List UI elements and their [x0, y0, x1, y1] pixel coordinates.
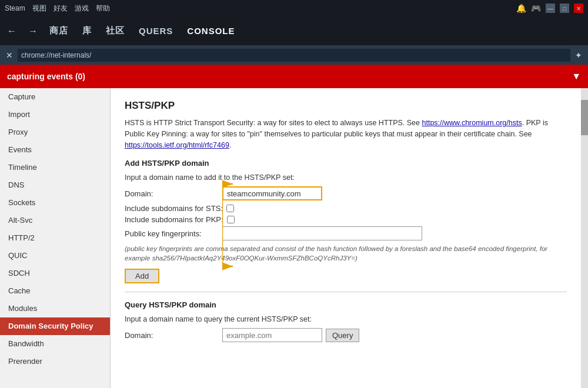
fingerprints-input[interactable]: [222, 226, 422, 240]
forward-button[interactable]: →: [28, 26, 38, 36]
sidebar-item-timeline[interactable]: Timeline: [0, 159, 110, 176]
description: HSTS is HTTP Strict Transport Security: …: [125, 118, 567, 150]
info-text: (public key fingerprints are comma separ…: [125, 244, 548, 263]
urlbar: ✕ ✦: [0, 46, 588, 65]
url-close-icon[interactable]: ✕: [6, 51, 13, 60]
domain-row: Domain:: [125, 186, 567, 200]
sidebar-item-import[interactable]: Import: [0, 106, 110, 123]
navbar: ← → 商店 库 社区 QUERS CONSOLE: [0, 16, 588, 46]
steam-menu[interactable]: Steam: [5, 4, 25, 12]
friends-menu[interactable]: 好友: [54, 4, 68, 14]
sidebar-item-dns[interactable]: DNS: [0, 176, 110, 194]
titlebar: Steam 视图 好友 游戏 帮助 🔔 🎮 — □ ✕: [0, 0, 588, 16]
minimize-button[interactable]: —: [546, 4, 555, 13]
sidebar-item-proxy[interactable]: Proxy: [0, 123, 110, 141]
sidebar-item-http2[interactable]: HTTP/2: [0, 229, 110, 247]
domain-input[interactable]: [222, 186, 322, 200]
sidebar-item-prerender[interactable]: Prerender: [0, 353, 110, 370]
capturing-bar: capturing events (0) ▼: [0, 65, 588, 88]
sidebar-item-capture[interactable]: Capture: [0, 88, 110, 106]
back-button[interactable]: ←: [7, 26, 16, 36]
url-input[interactable]: [18, 49, 570, 62]
section-divider: [125, 292, 567, 292]
sidebar-item-sdch[interactable]: SDCH: [0, 265, 110, 282]
titlebar-left: Steam 视图 好友 游戏 帮助: [5, 4, 110, 14]
query-domain-input[interactable]: [222, 328, 322, 342]
nav-console[interactable]: CONSOLE: [187, 26, 235, 36]
close-button[interactable]: ✕: [574, 4, 583, 13]
notification-icon: 🔔: [516, 4, 526, 13]
hsts-link[interactable]: https://www.chromium.org/hsts: [422, 119, 522, 127]
scrollbar-thumb[interactable]: [581, 100, 588, 135]
page-title: HSTS/PKP: [125, 100, 567, 112]
rfc-link[interactable]: https://tools.ietf.org/html/rfc7469: [125, 141, 229, 149]
include-pkp-checkbox[interactable]: [227, 216, 235, 223]
query-section-title: Query HSTS/PKP domain: [125, 300, 567, 309]
nav-library[interactable]: 库: [82, 25, 92, 36]
sidebar-item-modules[interactable]: Modules: [0, 300, 110, 317]
bookmark-icon[interactable]: ✦: [575, 51, 582, 60]
nav-quers[interactable]: QUERS: [139, 26, 173, 36]
fingerprints-row: Public key fingerprints:: [125, 226, 567, 240]
capturing-arrow-icon: ▼: [572, 71, 581, 82]
view-menu[interactable]: 视图: [32, 4, 46, 14]
include-sts-label: Include subdomains for STS:: [125, 204, 223, 213]
nav-store[interactable]: 商店: [49, 25, 68, 36]
add-section-title: Add HSTS/PKP domain: [125, 159, 567, 168]
nav-community[interactable]: 社区: [106, 25, 125, 36]
nav-links: 商店 库 社区 QUERS CONSOLE: [49, 25, 235, 36]
sidebar: Capture Import Proxy Events Timeline DNS…: [0, 88, 111, 388]
sidebar-item-alt-svc[interactable]: Alt-Svc: [0, 212, 110, 229]
main-layout: Capture Import Proxy Events Timeline DNS…: [0, 88, 588, 388]
sidebar-item-events[interactable]: Events: [0, 141, 110, 159]
sidebar-item-domain-security-policy[interactable]: Domain Security Policy: [0, 317, 110, 335]
add-button[interactable]: Add: [125, 269, 159, 283]
include-pkp-row: Include subdomains for PKP:: [125, 215, 567, 224]
content-area: HSTS/PKP HSTS is HTTP Strict Transport S…: [111, 88, 581, 388]
query-button[interactable]: Query: [326, 329, 359, 342]
sidebar-item-cache[interactable]: Cache: [0, 282, 110, 300]
include-sts-row: Include subdomains for STS:: [125, 204, 567, 213]
titlebar-controls: 🔔 🎮 — □ ✕: [516, 4, 583, 13]
include-sts-checkbox[interactable]: [226, 205, 234, 212]
sidebar-item-bandwidth[interactable]: Bandwidth: [0, 335, 110, 353]
capturing-text: capturing events (0): [7, 72, 85, 81]
sidebar-item-sockets[interactable]: Sockets: [0, 194, 110, 212]
domain-label: Domain:: [125, 189, 219, 198]
query-domain-row: Domain: Query: [125, 328, 567, 342]
sidebar-item-quic[interactable]: QUIC: [0, 247, 110, 265]
desc-text-1: HSTS is HTTP Strict Transport Security: …: [125, 119, 422, 127]
controller-icon: 🎮: [531, 4, 541, 13]
help-menu[interactable]: 帮助: [96, 4, 110, 14]
include-pkp-label: Include subdomains for PKP:: [125, 215, 223, 224]
desc-text-3: .: [229, 141, 231, 149]
query-hint: Input a domain name to query the current…: [125, 315, 567, 323]
add-hint: Input a domain name to add it to the HST…: [125, 173, 567, 182]
scrollbar-track[interactable]: [581, 88, 588, 388]
games-menu[interactable]: 游戏: [75, 4, 89, 14]
fingerprints-label: Public key fingerprints:: [125, 229, 219, 238]
maximize-button[interactable]: □: [560, 4, 569, 13]
query-domain-label: Domain:: [125, 331, 219, 340]
